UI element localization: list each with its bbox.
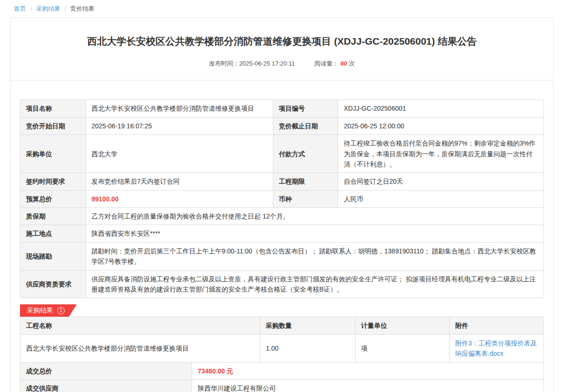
currency-value: 人民币 xyxy=(338,190,544,207)
result-project-name: 西北大学长安校区公共教学楼部分消防管道维修更换项目 xyxy=(20,334,260,362)
page-title: 西北大学长安校区公共教学楼部分消防管道维修更换项目 (XDJJ-GC-20250… xyxy=(48,35,516,48)
table-row: 采购单位 西北大学 付款方式 待工程竣工验收合格后付至合同金额的97%；剩余审定… xyxy=(20,135,544,173)
bid-start-value: 2025-06-19 16:07:25 xyxy=(86,117,273,134)
column-header-quantity: 采购数量 xyxy=(260,317,355,334)
payment-method-label: 付款方式 xyxy=(273,135,338,173)
warranty-label: 质保期 xyxy=(20,208,86,225)
bid-deadline-label: 竞价截止日期 xyxy=(273,117,338,134)
column-header-unit: 计量单位 xyxy=(355,317,450,334)
content-area: 项目名称 西北大学长安校区公共教学楼部分消防管道维修更换项目 项目编号 XDJJ… xyxy=(11,80,553,392)
publish-meta: 发布时间：2025-06-25 17:20:11阅读量：60次 xyxy=(11,60,553,68)
purchaser-label: 采购单位 xyxy=(20,135,86,173)
supplier-qualification-value: 供应商应具备消防设施工程专业承包二级及以上资质，具有建设行政主管部门颁发的有效的… xyxy=(86,270,543,298)
table-row: 现场踏勘 踏勘时间：竞价开启后第三个工作日上午上午9:00-11:00（包含公告… xyxy=(20,242,544,270)
attachment-link[interactable]: 附件3：工程类分项报价表及响应偏离表.docx xyxy=(455,339,537,357)
column-header-attachment: 附件 xyxy=(450,317,544,334)
winning-supplier-label: 成交供应商 xyxy=(20,379,192,392)
table-row: 项目名称 西北大学长安校区公共教学楼部分消防管道维修更换项目 项目编号 XDJJ… xyxy=(20,100,544,117)
result-quantity: 1.00 xyxy=(260,334,355,362)
procurement-result-table: 工程名称 采购数量 计量单位 附件 西北大学长安校区公共教学楼部分消防管道维修更… xyxy=(20,317,544,362)
result-unit: 项 xyxy=(355,334,450,362)
deal-total-price-value: 73480.00 元 xyxy=(192,362,544,379)
site-survey-value: 踏勘时间：竞价开启后第三个工作日上午上午9:00-11:00（包含公告发布日）；… xyxy=(86,242,543,270)
project-number-value: XDJJ-GC-202506001 xyxy=(338,100,544,117)
table-header-row: 工程名称 采购数量 计量单位 附件 xyxy=(20,317,544,334)
signing-time-value: 发布竞价结果后7天内签订合同 xyxy=(86,173,273,190)
payment-method-value: 待工程竣工验收合格后付至合同金额的97%；剩余审定金额的3%作为质保金，本项目质… xyxy=(338,135,544,173)
column-header-project: 工程名称 xyxy=(20,317,260,334)
views-unit: 次 xyxy=(349,60,355,67)
bid-start-label: 竞价开始日期 xyxy=(20,117,86,134)
procurement-result-count: 1 xyxy=(57,307,65,314)
announcement-card: 西北大学长安校区公共教学楼部分消防管道维修更换项目 (XDJJ-GC-20250… xyxy=(10,17,554,392)
breadcrumb-separator: / xyxy=(30,5,32,12)
table-row: 质保期 乙方对合同工程的质量保修期为验收合格并交付使用之日起 12个月。 xyxy=(20,208,544,225)
table-row: 预算总价 99100.00 币种 人民币 xyxy=(20,190,544,207)
breadcrumb-current: 竞价结果 xyxy=(70,5,94,13)
breadcrumb-home-link[interactable]: 首页 xyxy=(14,5,26,13)
project-number-label: 项目编号 xyxy=(273,100,338,117)
winning-supplier-value: 陕西华川建设工程有限公司 xyxy=(192,379,544,392)
bid-deadline-value: 2025-06-25 12:00:00 xyxy=(338,117,544,134)
project-duration-label: 工程期限 xyxy=(273,173,338,190)
table-row: 成交供应商 陕西华川建设工程有限公司 xyxy=(20,379,544,392)
construction-site-label: 施工地点 xyxy=(20,225,86,242)
signing-time-label: 签约时间要求 xyxy=(20,173,86,190)
publish-time-label: 发布时间： xyxy=(209,60,239,67)
breadcrumb-purchase-results-link[interactable]: 采购结果 xyxy=(36,5,60,13)
table-row: 签约时间要求 发布竞价结果后7天内签订合同 工程期限 自合同签订之日20天 xyxy=(20,173,544,190)
purchaser-value: 西北大学 xyxy=(86,135,273,173)
currency-label: 币种 xyxy=(273,190,338,207)
deal-summary-table: 成交总价 73480.00 元 成交供应商 陕西华川建设工程有限公司 xyxy=(20,362,544,392)
project-info-table: 项目名称 西北大学长安校区公共教学楼部分消防管道维修更换项目 项目编号 XDJJ… xyxy=(20,100,544,298)
breadcrumb: 首页 / 采购结果 / 竞价结果 xyxy=(0,0,563,17)
procurement-result-badge: 采购结果 1 xyxy=(20,304,77,317)
breadcrumb-separator: / xyxy=(65,5,66,12)
project-duration-value: 自合同签订之日20天 xyxy=(338,173,544,190)
table-row: 施工地点 陕西省西安市长安区**** xyxy=(20,225,544,242)
project-name-value: 西北大学长安校区公共教学楼部分消防管道维修更换项目 xyxy=(86,100,273,117)
table-row: 竞价开始日期 2025-06-19 16:07:25 竞价截止日期 2025-0… xyxy=(20,117,544,134)
table-row: 成交总价 73480.00 元 xyxy=(20,362,544,379)
construction-site-value: 陕西省西安市长安区**** xyxy=(86,225,543,242)
table-row: 供应商资质要求 供应商应具备消防设施工程专业承包二级及以上资质，具有建设行政主管… xyxy=(20,270,544,298)
deal-total-price-label: 成交总价 xyxy=(20,362,192,379)
table-row: 西北大学长安校区公共教学楼部分消防管道维修更换项目 1.00 项 附件3：工程类… xyxy=(20,334,544,362)
supplier-qualification-label: 供应商资质要求 xyxy=(20,270,86,298)
views-label: 阅读量： xyxy=(314,60,338,67)
publish-time-value: 2025-06-25 17:20:11 xyxy=(239,60,295,67)
site-survey-label: 现场踏勘 xyxy=(20,242,86,270)
budget-total-value: 99100.00 xyxy=(86,190,273,207)
project-name-label: 项目名称 xyxy=(20,100,86,117)
budget-total-label: 预算总价 xyxy=(20,190,86,207)
views-count: 60 xyxy=(340,60,347,67)
procurement-result-badge-label: 采购结果 xyxy=(27,306,53,315)
warranty-value: 乙方对合同工程的质量保修期为验收合格并交付使用之日起 12个月。 xyxy=(86,208,543,225)
